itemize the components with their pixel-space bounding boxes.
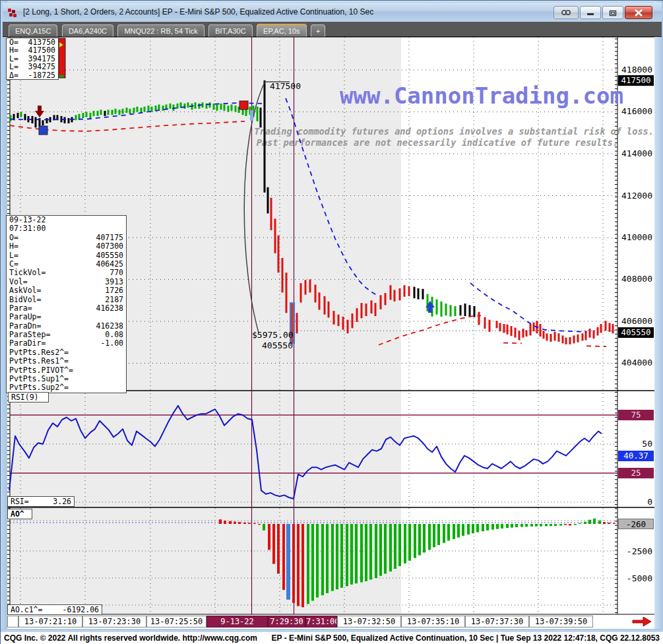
annotation-low-price: 405550 bbox=[262, 340, 293, 350]
time-axis-label: 13-07:25:50 bbox=[146, 616, 206, 628]
data-row: C=406425 bbox=[7, 260, 126, 269]
watermark-site: www.CannonTrading.com bbox=[340, 82, 623, 109]
price-axis-label: 416000 bbox=[619, 106, 652, 116]
rsi-axis-label: 50 bbox=[619, 439, 652, 449]
time-axis-label-highlighted: 7:29:30 bbox=[268, 616, 305, 628]
data-row: L=405550 bbox=[7, 251, 126, 260]
price-axis-label: 412000 bbox=[619, 191, 652, 201]
ohlc-row: Δ=-18725 bbox=[7, 71, 58, 79]
data-row: BidVol=2187 bbox=[7, 296, 126, 304]
ao-axis-label: -2500 bbox=[619, 546, 652, 556]
time-axis-label: 13-07:21:10 bbox=[18, 616, 82, 628]
data-row: Para=416238 bbox=[7, 304, 126, 313]
data-row: 07:31:00 bbox=[7, 224, 126, 233]
watermark-disclaimer-1: Trading commodity futures and options in… bbox=[254, 126, 654, 137]
data-row: AskVol=1726 bbox=[7, 286, 126, 295]
data-row: O=407175 bbox=[7, 234, 126, 242]
rsi-overbought-badge: 75 bbox=[618, 410, 654, 420]
data-row: 09-13-22 bbox=[7, 216, 126, 224]
ohlc-row: L=394275 bbox=[7, 63, 58, 71]
annotation-peak-price: 417500 bbox=[270, 81, 301, 91]
data-row: TickVol=770 bbox=[7, 269, 126, 277]
time-axis-label: 13-07:35:10 bbox=[401, 616, 465, 628]
rsi-cursor-readout: RSI=3.26 bbox=[7, 496, 75, 507]
session-high-badge: 417500 bbox=[618, 75, 654, 86]
price-axis-label: 410000 bbox=[619, 232, 652, 242]
time-axis-label-highlighted: 7:31:00 bbox=[305, 616, 337, 628]
ao-title: AO^ bbox=[7, 509, 32, 519]
data-row: ParaStep=0.08 bbox=[7, 331, 126, 339]
ao-cursor-readout: AO.c1^=-6192.06 bbox=[7, 604, 102, 615]
session-low-badge: 405550 bbox=[618, 327, 654, 338]
time-axis-label: 13-07:23:30 bbox=[82, 616, 146, 628]
data-row: ParaDn=416238 bbox=[7, 322, 126, 331]
cursor-data-panel: 09-13-22 07:31:00 O=407175 H=407300 L=40… bbox=[6, 215, 127, 393]
price-axis-label: 406000 bbox=[619, 316, 652, 326]
ao-axis-label: -5000 bbox=[619, 573, 652, 583]
time-axis-label-highlighted: 9-13-22 bbox=[206, 616, 268, 628]
rsi-title: RSI(9) bbox=[8, 392, 49, 402]
data-row: PvtPts.Res2^= bbox=[7, 348, 126, 357]
time-axis-label: 13-07:39:50 bbox=[529, 616, 593, 628]
rsi-oversold-badge: 25 bbox=[618, 468, 654, 478]
price-axis-label: 408000 bbox=[619, 274, 652, 284]
scroll-right-arrow-icon[interactable] bbox=[631, 616, 652, 629]
data-row: PvtPts.PIVOT^= bbox=[7, 366, 126, 375]
data-row: H=407300 bbox=[7, 242, 126, 251]
data-row: ParaUp= bbox=[7, 313, 126, 321]
price-axis-label: 414000 bbox=[619, 148, 652, 158]
rsi-last-value-badge: 40.37 bbox=[618, 451, 654, 461]
data-row: PvtPts.Sup2^= bbox=[7, 383, 126, 392]
watermark-disclaimer-2: Past performances are not necessarily in… bbox=[257, 137, 618, 148]
session-ohlc-box: O=413750 H=417500 L=394175 L=394275 Δ=-1… bbox=[6, 38, 59, 80]
data-row: PvtPts.Sup1^= bbox=[7, 375, 126, 383]
time-axis-label: 13-07:37:30 bbox=[465, 616, 529, 628]
application-window: [2 Long, 1 Short, 2 Orders, 2 Accounts] … bbox=[0, 0, 663, 644]
ao-last-value-badge: -260 bbox=[618, 519, 654, 529]
price-axis-label: 404000 bbox=[619, 358, 652, 368]
rsi-axis-label: 0 bbox=[619, 497, 652, 507]
annotation-low-dollar: $5975.00 bbox=[252, 330, 294, 340]
data-row: ParaDir=-1.00 bbox=[7, 339, 126, 348]
time-axis-corner bbox=[7, 616, 18, 628]
data-row: Vol=3913 bbox=[7, 278, 126, 286]
data-row: PvtPts.Res1^= bbox=[7, 357, 126, 366]
ohlc-row: H=417500 bbox=[7, 46, 58, 54]
price-axis-label: 418000 bbox=[619, 65, 652, 75]
time-axis-label: 13-07:32:50 bbox=[337, 616, 401, 628]
